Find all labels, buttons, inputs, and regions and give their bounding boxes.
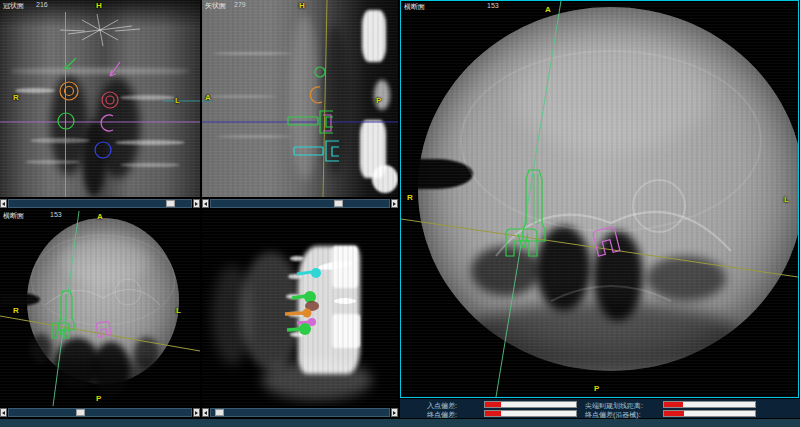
scroll-track[interactable] [210, 408, 390, 417]
orientation-marker-left: R [407, 193, 413, 202]
scroll-right-button[interactable] [391, 199, 398, 208]
orientation-marker-top: H [299, 1, 305, 10]
orientation-marker-right: L [784, 195, 789, 204]
deviation-metrics: 入点偏差: 尖端到规划线距离: 终点偏差: 终点偏差(沿器械): [400, 399, 800, 418]
scroll-thumb[interactable] [76, 409, 85, 416]
scroll-left-button[interactable] [0, 199, 7, 208]
orientation-marker-bottom: P [594, 384, 599, 393]
slice-number: 216 [36, 1, 48, 11]
app-window: 冠状面 216 H R L [0, 0, 800, 427]
scroll-thumb[interactable] [334, 200, 343, 207]
scroll-right-button[interactable] [193, 199, 200, 208]
scroll-track[interactable] [8, 408, 192, 417]
scroll-left-button[interactable] [0, 408, 7, 417]
viewport-sagittal[interactable]: 矢状面 279 H A P [202, 0, 398, 197]
ct-image-coronal [0, 0, 200, 197]
ct-image-axial-large [401, 1, 798, 397]
ct-image-sagittal [202, 0, 398, 197]
scroll-left-button[interactable] [202, 199, 209, 208]
metric-bar-end [484, 410, 577, 417]
metric-bar-entry [484, 401, 577, 408]
metric-label-end: 终点偏差: [427, 410, 457, 420]
scroll-right-button[interactable] [193, 408, 200, 417]
volume-rendering [202, 210, 398, 406]
metric-fill [485, 411, 501, 416]
metric-fill [664, 411, 684, 416]
orientation-marker-top: A [545, 5, 551, 14]
view-label: 冠状面 [3, 1, 24, 11]
viewport-axial[interactable]: 横断面 153 A R L P [0, 210, 200, 406]
orientation-marker-right: P [376, 96, 381, 105]
metric-fill [485, 402, 501, 407]
slice-scrollbar-3d[interactable] [202, 407, 398, 418]
metric-bar-tip-distance [663, 401, 756, 408]
orientation-marker-right: L [175, 96, 180, 105]
viewport-axial-large[interactable]: 横断面 153 A R L P [400, 0, 799, 398]
slice-scrollbar-axial[interactable] [0, 407, 200, 418]
scroll-thumb[interactable] [166, 200, 175, 207]
scroll-track[interactable] [8, 199, 192, 208]
orientation-marker-top: H [96, 1, 102, 10]
orientation-marker-left: R [13, 93, 19, 102]
slice-number: 279 [234, 1, 246, 11]
slice-number: 153 [50, 211, 62, 221]
viewport-3d[interactable] [202, 210, 398, 406]
view-label: 横断面 [3, 211, 24, 221]
scroll-thumb[interactable] [215, 409, 224, 416]
view-label: 横断面 [404, 2, 425, 12]
slice-scrollbar-coronal[interactable] [0, 198, 200, 209]
scroll-track[interactable] [210, 199, 390, 208]
orientation-marker-right: L [176, 306, 181, 315]
orientation-marker-bottom: P [96, 394, 101, 403]
orientation-marker-left: A [205, 93, 211, 102]
scroll-right-button[interactable] [391, 408, 398, 417]
orientation-marker-top: A [97, 212, 103, 221]
ct-image-axial [0, 210, 200, 406]
slice-number: 153 [487, 2, 499, 12]
view-label: 矢状面 [205, 1, 226, 11]
metric-fill [664, 402, 683, 407]
slice-scrollbar-sagittal[interactable] [202, 198, 398, 209]
metric-bar-end-instrument [663, 410, 756, 417]
bottom-status-strip [0, 419, 800, 427]
viewport-coronal[interactable]: 冠状面 216 H R L [0, 0, 200, 197]
metric-label-end-instrument: 终点偏差(沿器械): [585, 410, 641, 420]
scroll-left-button[interactable] [202, 408, 209, 417]
orientation-marker-left: R [13, 306, 19, 315]
